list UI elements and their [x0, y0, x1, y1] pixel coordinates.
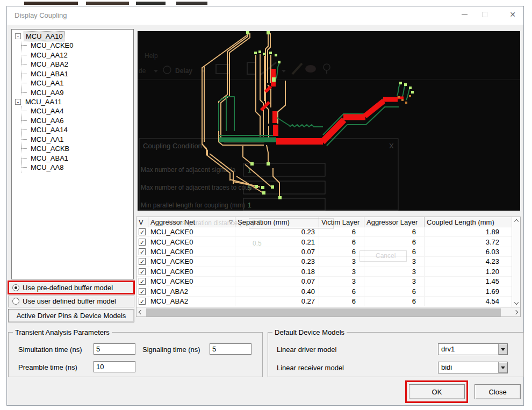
table-row[interactable]: ✓MCU_ACKE00.21663.72 — [136, 237, 520, 247]
svg-text:Coupling Condition: Coupling Condition — [143, 142, 202, 150]
table-row[interactable]: ✓MCU_ACKE00.07666.03 — [136, 247, 520, 257]
cell-coupled-length: 4.54 — [425, 297, 503, 306]
radio-selected-icon — [12, 284, 19, 291]
tree-item-label[interactable]: MCU_ACKB — [29, 144, 71, 154]
net-tree[interactable]: -MCU_AA10MCU_ACKE0MCU_AA12MCU_ABA2MCU_AB… — [11, 29, 134, 279]
scroll-down-button[interactable] — [512, 298, 521, 307]
cell-coupled-length: 1.45 — [425, 277, 503, 286]
copper-pads — [398, 95, 411, 104]
tree-child-item[interactable]: MCU_ABA1 — [21, 154, 133, 163]
tree-child-item[interactable]: MCU_ABA1 — [21, 69, 133, 79]
table-header[interactable]: V Aggressor Net▽ Separation (mm) Victim … — [136, 217, 520, 227]
cell-separation: 0.07 — [235, 247, 319, 256]
row-checkbox[interactable]: ✓ — [139, 258, 146, 265]
simulation-time-input[interactable] — [94, 343, 135, 355]
tree-child-item[interactable]: MCU_AA14 — [21, 125, 133, 135]
tree-item-label[interactable]: MCU_ABA1 — [29, 69, 70, 79]
tree-item-label[interactable]: MCU_AA12 — [29, 51, 69, 60]
svg-text:Delay: Delay — [175, 67, 192, 75]
close-dialog-button[interactable]: Close — [475, 384, 521, 399]
row-checkbox[interactable]: ✓ — [139, 298, 146, 305]
row-checkbox[interactable]: ✓ — [139, 228, 146, 235]
preamble-time-input[interactable] — [94, 361, 135, 372]
table-row[interactable]: ✓MCU_ABA20.40661.69 — [136, 286, 520, 296]
tree-child-item[interactable]: MCU_AA9 — [21, 88, 133, 98]
col-header-v[interactable]: V — [136, 217, 148, 227]
tree-item-label[interactable]: MCU_AA10 — [24, 31, 65, 41]
tree-root-item[interactable]: -MCU_AA11 — [15, 97, 133, 106]
col-header-aggressor-net[interactable]: Aggressor Net▽ — [148, 217, 235, 227]
tree-child-item[interactable]: MCU_AA6 — [21, 116, 133, 126]
vertical-scrollbar[interactable] — [512, 217, 520, 307]
ok-button[interactable]: OK — [409, 384, 465, 399]
dropdown-button[interactable] — [498, 362, 507, 373]
table-row[interactable]: ✓MCU_ACKE00.23334.23 — [136, 257, 520, 267]
title-bar[interactable]: Display Coupling ✕ — [7, 6, 523, 25]
tree-item-label[interactable]: MCU_ABA2 — [29, 60, 70, 69]
horizontal-scroll-thumb[interactable] — [146, 308, 501, 317]
horizontal-scrollbar[interactable] — [136, 307, 520, 317]
col-header-victim-layer[interactable]: Victim Layer — [319, 217, 364, 227]
tree-item-label[interactable]: MCU_AA9 — [29, 88, 65, 98]
tree-expand-icon[interactable]: - — [15, 99, 21, 105]
cell-aggressor-layer: 6 — [364, 286, 425, 296]
pcb-viewport[interactable]: Help de Delay Coupling Condition — [138, 31, 520, 211]
radio-userdefined-buffer[interactable]: Use user defined buffer model — [12, 297, 116, 305]
col-header-separation[interactable]: Separation (mm) — [235, 217, 319, 227]
radio-userdefined-label: Use user defined buffer model — [23, 297, 116, 305]
scroll-up-button[interactable] — [512, 217, 521, 226]
cell-aggressor-layer: 6 — [364, 247, 425, 256]
signaling-time-label: Signaling time (ns) — [142, 346, 200, 354]
scroll-left-button[interactable] — [136, 308, 145, 317]
cell-separation: 0.21 — [235, 237, 319, 246]
tree-item-label[interactable]: MCU_ABA1 — [29, 154, 70, 163]
linear-receiver-combobox[interactable]: bidi — [438, 362, 508, 373]
pcb-canvas[interactable]: Help de Delay Coupling Condition — [138, 31, 520, 211]
row-checkbox[interactable]: ✓ — [139, 239, 146, 246]
tree-item-label[interactable]: MCU_AA4 — [29, 106, 65, 116]
tree-item-label[interactable]: MCU_AA6 — [29, 116, 65, 126]
minimize-button[interactable] — [456, 6, 472, 23]
row-checkbox[interactable]: ✓ — [139, 288, 146, 295]
row-checkbox[interactable]: ✓ — [139, 268, 146, 275]
tree-child-item[interactable]: MCU_ABA2 — [21, 60, 133, 69]
table-row[interactable]: ✓MCU_ACKE00.23661.89 — [136, 227, 520, 237]
tree-child-item[interactable]: MCU_ACKB — [21, 144, 133, 154]
tree-child-item[interactable]: MCU_AA12 — [21, 51, 133, 60]
tree-item-label[interactable]: MCU_AA8 — [29, 163, 65, 172]
tree-item-label[interactable]: MCU_AA14 — [29, 125, 69, 135]
tree-child-item[interactable]: MCU_AA8 — [21, 163, 133, 172]
tree-item-label[interactable]: MCU_AA11 — [24, 97, 63, 106]
linear-driver-combobox[interactable]: drv1 — [438, 343, 508, 355]
radio-predefined-buffer[interactable]: Use pre-defined buffer model — [12, 284, 113, 292]
row-checkbox[interactable]: ✓ — [139, 278, 146, 285]
tree-child-item[interactable]: MCU_AA4 — [21, 106, 133, 116]
tree-root-item[interactable]: -MCU_AA10 — [15, 32, 133, 41]
tree-child-item[interactable]: MCU_AA1 — [21, 78, 133, 88]
tree-connector-icon — [21, 111, 27, 111]
maximize-button[interactable] — [477, 6, 493, 23]
table-row[interactable]: ✓MCU_ACKE00.07331.45 — [136, 277, 520, 286]
table-row[interactable]: ✓MCU_ABA20.27664.54 — [136, 297, 520, 306]
cell-aggressor-layer: 3 — [364, 267, 425, 276]
cell-aggressor-layer: 6 — [364, 227, 425, 236]
col-header-aggressor-layer[interactable]: Aggressor Layer — [364, 217, 425, 227]
dropdown-button[interactable] — [498, 344, 507, 355]
tree-item-label[interactable]: MCU_AA1 — [29, 78, 65, 88]
tree-item-label[interactable]: MCU_AA1 — [29, 135, 65, 145]
active-driver-pins-button[interactable]: Active Driver Pins & Device Models — [8, 309, 134, 322]
cell-aggressor-layer: 6 — [364, 237, 425, 246]
tree-expand-icon[interactable]: - — [15, 33, 21, 39]
table-row[interactable]: ✓MCU_ACKE00.18331.20 — [136, 267, 520, 277]
cell-checked: ✓ — [136, 227, 148, 236]
preamble-time-label: Preamble time (ns) — [18, 363, 77, 371]
col-header-coupled-length[interactable]: Coupled Length (mm) — [425, 217, 503, 227]
tree-item-label[interactable]: MCU_ACKE0 — [29, 41, 75, 51]
tree-child-item[interactable]: MCU_AA1 — [21, 135, 133, 145]
scroll-right-button[interactable] — [512, 308, 520, 317]
row-checkbox[interactable]: ✓ — [139, 248, 146, 255]
close-button[interactable]: ✕ — [505, 6, 521, 23]
cell-checked: ✓ — [136, 277, 148, 286]
tree-child-item[interactable]: MCU_ACKE0 — [21, 41, 133, 51]
signaling-time-input[interactable] — [210, 343, 251, 355]
